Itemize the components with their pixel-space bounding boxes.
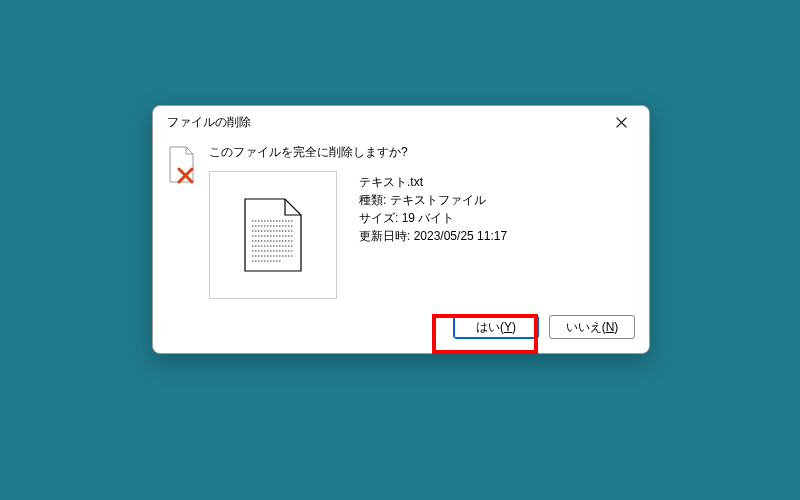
file-modified: 更新日時: 2023/05/25 11:17 [359, 227, 635, 245]
close-button[interactable] [599, 108, 643, 136]
yes-mnemonic: Y [504, 320, 512, 334]
file-metadata: テキスト.txt 種類: テキストファイル サイズ: 19 バイト 更新日時: … [359, 171, 635, 299]
file-row: テキスト.txt 種類: テキストファイル サイズ: 19 バイト 更新日時: … [209, 171, 635, 299]
file-thumbnail [209, 171, 337, 299]
no-button[interactable]: いいえ(N) [549, 315, 635, 339]
button-row: はい(Y) いいえ(N) [153, 299, 649, 353]
dialog-title: ファイルの削除 [167, 114, 251, 131]
file-type: 種類: テキストファイル [359, 191, 635, 209]
question-text: このファイルを完全に削除しますか? [209, 144, 635, 161]
yes-label: はい [476, 319, 500, 336]
delete-file-dialog: ファイルの削除 このファイルを完全に削除しますか? [152, 105, 650, 354]
no-mnemonic: N [606, 320, 615, 334]
file-name: テキスト.txt [359, 173, 635, 191]
no-label: いいえ [566, 319, 602, 336]
delete-file-icon [167, 144, 197, 299]
yes-button[interactable]: はい(Y) [453, 315, 539, 339]
content-main: このファイルを完全に削除しますか? [209, 144, 635, 299]
dialog-content: このファイルを完全に削除しますか? [153, 138, 649, 299]
titlebar: ファイルの削除 [153, 106, 649, 138]
text-file-icon [243, 197, 303, 273]
file-size: サイズ: 19 バイト [359, 209, 635, 227]
close-icon [616, 117, 627, 128]
